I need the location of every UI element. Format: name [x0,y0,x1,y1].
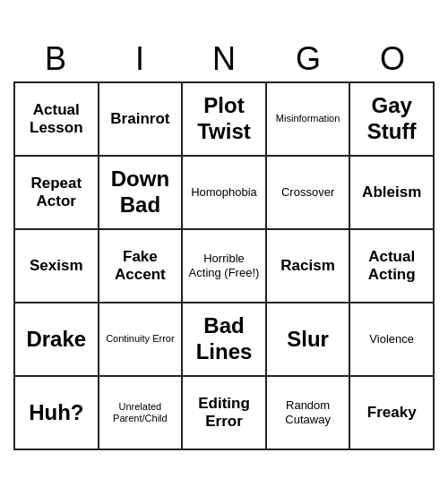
table-row: Brainrot [99,83,184,157]
table-row: Random Cutaway [267,377,351,450]
bingo-card: B I N G O Actual LessonBrainrotPlot Twis… [13,37,435,450]
table-row: Fake Accent [99,230,184,303]
table-row: Unrelated Parent/Child [99,377,184,450]
header-o: O [350,37,435,81]
cell-text-3: Misinformation [276,113,340,124]
cell-text-4: Gay Stuff [354,93,429,145]
cell-text-22: Editing Error [186,395,262,431]
table-row: Sexism [15,230,99,303]
table-row: Bad Lines [183,303,267,377]
table-row: Continuity Error [99,303,184,377]
table-row: Freaky [350,377,435,450]
table-row: Misinformation [267,83,351,157]
table-row: Actual Acting [350,230,435,303]
cell-text-6: Down Bad [103,167,178,218]
table-row: Racism [267,230,351,303]
table-row: Ableism [350,157,435,230]
header-i: I [98,37,182,81]
table-row: Down Bad [99,157,184,230]
cell-text-19: Violence [369,332,414,346]
cell-text-12: Horrible Acting (Free!) [186,252,262,279]
table-row: Huh? [15,377,99,450]
table-row: Editing Error [183,377,267,450]
table-row: Repeat Actor [15,157,99,230]
cell-text-10: Sexism [30,257,83,275]
cell-text-2: Plot Twist [186,93,262,145]
table-row: Drake [15,303,99,377]
cell-text-24: Freaky [367,404,417,422]
table-row: Violence [350,303,435,377]
cell-text-15: Drake [26,327,86,353]
cell-text-20: Huh? [29,400,83,426]
cell-text-7: Homophobia [191,185,257,200]
cell-text-21: Unrelated Parent/Child [103,401,178,424]
cell-text-1: Brainrot [110,110,169,128]
cell-text-14: Actual Acting [354,248,429,285]
cell-text-5: Repeat Actor [19,175,94,211]
table-row: Gay Stuff [350,83,435,157]
header-b: B [13,37,98,81]
cell-text-23: Random Cutaway [271,398,346,426]
header-g: G [266,37,350,81]
table-row: Homophobia [183,157,267,230]
table-row: Horrible Acting (Free!) [183,230,267,303]
cell-text-0: Actual Lesson [19,101,94,138]
table-row: Crossover [267,157,351,230]
table-row: Slur [267,303,351,377]
bingo-grid: Actual LessonBrainrotPlot TwistMisinform… [13,81,435,450]
cell-text-13: Racism [280,257,334,275]
table-row: Plot Twist [183,83,267,157]
cell-text-11: Fake Accent [103,248,178,285]
cell-text-9: Ableism [362,184,421,201]
bingo-header: B I N G O [13,37,435,81]
cell-text-17: Bad Lines [186,313,262,365]
cell-text-18: Slur [287,327,329,353]
cell-text-8: Crossover [281,185,334,200]
table-row: Actual Lesson [15,83,99,157]
header-n: N [182,37,266,81]
cell-text-16: Continuity Error [106,333,174,345]
